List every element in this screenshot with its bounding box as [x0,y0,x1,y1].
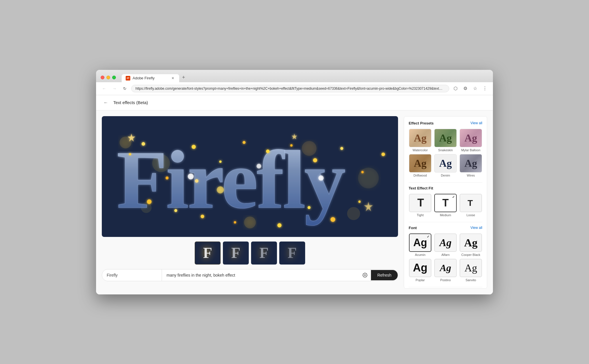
font-postino[interactable]: Ag Postino [434,259,457,282]
preset-thumb-denim: Ag [434,154,457,173]
settings-icon[interactable] [359,269,371,281]
fit-thumb-medium: ✓ T [434,194,457,212]
back-button[interactable]: ← [100,85,108,93]
font-section: Font View all ✓ Ag Acumin [409,226,482,282]
svg-point-22 [147,199,152,204]
fit-medium[interactable]: ✓ T Medium [434,194,457,217]
svg-point-15 [242,141,245,144]
text-input-field[interactable] [102,269,162,281]
font-sanvito[interactable]: Ag Sanvito [459,259,482,282]
font-acumin[interactable]: ✓ Ag Acumin [409,233,432,256]
svg-point-18 [313,158,317,162]
font-thumb-alfarn: Ag [434,233,457,252]
preset-wires[interactable]: Ag Wires [459,154,482,177]
app-content: ← Text effects (Beta) [96,95,493,294]
tab-close-button[interactable]: ✕ [171,76,175,81]
font-alfarn[interactable]: Ag Alfarn [434,233,457,256]
preset-thumb-watercolor: Ag [409,129,431,147]
svg-point-27 [308,206,311,209]
fit-label-tight: Tight [417,213,424,217]
thumbnail-2[interactable]: F [223,242,249,265]
fit-thumb-tight: T [409,194,431,212]
svg-point-16 [266,150,269,153]
font-acumin-checkmark: ✓ [427,235,429,239]
font-thumb-postino: Ag [434,259,457,277]
font-poplar[interactable]: Ag Poplar [409,259,432,282]
font-label-cooper: Cooper Black [461,253,480,256]
effect-presets-view-all[interactable]: View all [471,121,482,125]
page-title: Text effects (Beta) [113,100,148,105]
tab-favicon: Ff [126,76,130,81]
svg-point-19 [340,147,343,150]
title-bar: Ff Adobe Firefly ✕ + [96,70,493,82]
fit-medium-checkmark: ✓ [452,195,455,199]
svg-point-34 [318,175,324,181]
close-window-button[interactable] [101,76,104,79]
prompt-bar: Refresh [102,269,398,281]
preset-label-mylar: Mylar Balloon [461,148,481,152]
font-label-postino: Postino [440,278,451,282]
font-label-acumin: Acumin [415,253,426,256]
preset-mylar[interactable]: Ag Mylar Balloon [459,129,482,152]
text-effect-fit-section: Text Effect Fit T Tight [409,186,482,217]
forward-button[interactable]: → [110,85,118,93]
svg-point-23 [174,209,177,212]
thumbnail-1[interactable]: F [195,242,221,265]
preset-driftwood[interactable]: Ag Driftwood [409,154,432,177]
extensions-icon[interactable]: ⚙ [461,85,469,93]
preset-label-watercolor: Watercolor [413,148,428,152]
font-cooper[interactable]: Ag Cooper Black [459,233,482,256]
preset-denim[interactable]: Ag Denim [434,154,457,177]
thumbnail-3[interactable]: F [251,242,277,265]
more-menu-icon[interactable]: ⋮ [481,85,489,93]
prompt-input-field[interactable] [162,269,359,281]
tab-bar: Ff Adobe Firefly ✕ + [122,73,488,82]
preview-canvas: Firefly Firefly [102,116,398,237]
svg-point-12 [165,177,168,179]
bookmark-icon[interactable]: ☆ [471,85,479,93]
fit-tight[interactable]: T Tight [409,194,432,217]
reload-button[interactable]: ↻ [121,85,129,93]
fit-options: T Tight ✓ T Medium [409,194,482,217]
toolbar-icons: ⬡ ⚙ ☆ ⋮ [452,85,489,93]
preset-label-driftwood: Driftwood [414,174,427,177]
refresh-button[interactable]: Refresh [371,270,398,280]
presets-grid: Ag Watercolor Ag Snakeskin Ag [409,129,482,177]
effect-presets-header: Effect Presets View all [409,121,482,125]
minimize-window-button[interactable] [106,76,110,79]
browser-tab-active[interactable]: Ff Adobe Firefly ✕ [122,74,179,82]
new-tab-button[interactable]: + [179,73,188,82]
text-effect-fit-title: Text Effect Fit [409,186,433,190]
address-bar: ← → ↻ https://firefly.adobe.com/generate… [96,82,493,95]
preset-snakeskin[interactable]: Ag Snakeskin [434,129,457,152]
svg-point-31 [195,179,198,183]
svg-point-32 [257,164,261,168]
font-thumb-cooper: Ag [460,233,482,252]
font-grid: ✓ Ag Acumin Ag Alfarn [409,233,482,282]
preset-watercolor[interactable]: Ag Watercolor [409,129,432,152]
thumbnail-4[interactable]: F [279,242,305,265]
fit-loose[interactable]: T Loose [459,194,482,217]
divider-2 [409,222,482,222]
font-label-poplar: Poplar [416,278,425,282]
svg-point-20 [361,171,364,173]
preset-thumb-driftwood: Ag [409,154,431,173]
preset-thumb-mylar: Ag [460,129,482,147]
canvas-area: Firefly Firefly [102,116,398,289]
preset-label-snakeskin: Snakeskin [438,148,453,152]
font-section-title: Font [409,226,417,230]
font-view-all[interactable]: View all [471,226,482,230]
text-effect-fit-header: Text Effect Fit [409,186,482,190]
fit-label-loose: Loose [466,213,475,217]
app-back-button[interactable]: ← [102,99,110,107]
font-section-header: Font View all [409,226,482,230]
svg-point-11 [141,142,145,145]
svg-point-4 [358,168,379,188]
preset-thumb-snakeskin: Ag [434,129,457,147]
maximize-window-button[interactable] [112,76,116,79]
profile-icon[interactable]: ⬡ [452,85,460,93]
effect-presets-title: Effect Presets [409,121,434,125]
url-bar[interactable]: https://firefly.adobe.com/generate/font-… [131,85,449,92]
svg-point-38 [364,274,366,276]
fit-label-medium: Medium [440,213,451,217]
